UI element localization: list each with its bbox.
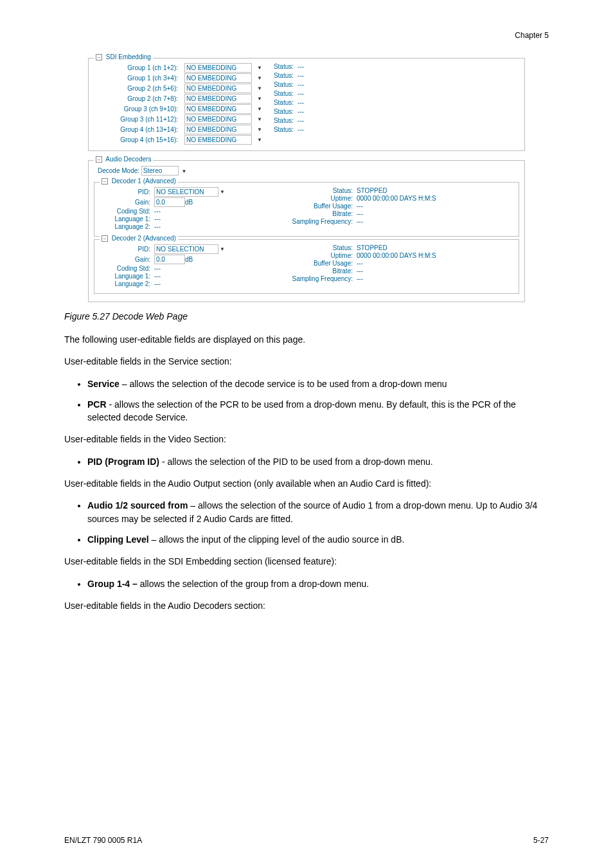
sdi-row: Group 2 (ch 7+8): NO EMBEDDING ▼ [94,94,262,104]
figure-caption: Figure 5.27 Decode Web Page [64,311,549,321]
language2-label: Language 2: [100,280,154,287]
pid-select[interactable]: NO SELECTION [154,244,218,254]
sdi-select[interactable]: NO EMBEDDING [184,94,252,104]
coding-std-label: Coding Std: [100,265,154,272]
coding-std-label: Coding Std: [100,208,154,215]
uptime-label: Uptime: [267,195,357,202]
decoder1-legend[interactable]: – Decoder 1 (Advanced) [100,177,178,185]
sdi-row: Group 2 (ch 5+6): NO EMBEDDING ▼ [94,84,262,93]
chevron-down-icon[interactable]: ▼ [256,96,262,102]
collapse-icon[interactable]: – [102,178,108,185]
sampling-freq-value: --- [357,275,363,282]
list-item: PID (Program ID) - allows the selection … [87,455,549,468]
status-value: --- [298,126,304,133]
sampling-freq-value: --- [357,218,363,225]
body-text: User-editable fields in the SDI Embeddin… [64,555,549,568]
status-value: --- [298,90,304,97]
collapse-icon[interactable]: – [102,235,108,242]
decoder1-fieldset: – Decoder 1 (Advanced) PID:NO SELECTION▼… [94,182,519,237]
chevron-down-icon[interactable]: ▼ [256,65,262,71]
page-footer: EN/LZT 790 0005 R1A 5-27 [64,836,549,845]
sdi-legend[interactable]: – SDI Embedding [94,53,153,60]
audio-decoders-title: Audio Decoders [105,156,151,163]
chevron-down-icon[interactable]: ▼ [256,116,262,122]
audio-decoders-fieldset: – Audio Decoders Decode Mode: Stereo ▼ –… [88,160,525,302]
gain-input[interactable]: 0.0 [154,255,185,264]
sdi-row: Group 3 (ch 9+10): NO EMBEDDING ▼ [94,104,262,114]
language1-value: --- [154,273,161,280]
sdi-row-label: Group 3 (ch 9+10): [94,105,181,113]
decoder2-fieldset: – Decoder 2 (Advanced) PID:NO SELECTION▼… [94,239,519,294]
status-label: Status: [274,99,294,106]
sdi-row-label: Group 1 (ch 3+4): [94,75,181,82]
decode-mode-label: Decode Mode: [98,167,139,174]
audio-decoders-legend[interactable]: – Audio Decoders [94,156,153,163]
chevron-down-icon[interactable]: ▼ [256,127,262,132]
chevron-down-icon[interactable]: ▼ [256,137,262,143]
sampling-freq-label: Sampling Frequency: [267,218,357,225]
bullet-list: PID (Program ID) - allows the selection … [64,455,549,468]
buffer-usage-value: --- [357,203,363,210]
sdi-select[interactable]: NO EMBEDDING [184,84,252,93]
sdi-select[interactable]: NO EMBEDDING [184,73,252,83]
language2-value: --- [154,280,161,287]
sdi-select[interactable]: NO EMBEDDING [184,114,252,124]
bullet-list: Service – allows the selection of the de… [64,377,549,424]
body-text: User-editable fields in the Audio Output… [64,477,549,490]
footer-left: EN/LZT 790 0005 R1A [64,836,142,845]
chevron-down-icon[interactable]: ▼ [218,246,225,252]
status-label: Status: [274,90,294,97]
decoder2-title: Decoder 2 (Advanced) [112,235,176,242]
pid-select[interactable]: NO SELECTION [154,187,218,197]
sdi-select[interactable]: NO EMBEDDING [184,63,252,73]
sdi-row: Group 4 (ch 15+16): NO EMBEDDING ▼ [94,135,262,145]
status-value: --- [298,81,304,88]
gain-unit: dB [185,256,193,263]
sdi-select[interactable]: NO EMBEDDING [184,125,252,134]
sdi-embedding-fieldset: – SDI Embedding Group 1 (ch 1+2): NO EMB… [88,58,525,151]
gain-label: Gain: [100,256,154,263]
sdi-row: Group 1 (ch 3+4): NO EMBEDDING ▼ [94,73,262,83]
pid-label: PID: [100,188,154,195]
chevron-down-icon[interactable]: ▼ [256,75,262,81]
term: Group 1-4 – [87,579,140,589]
sdi-title: SDI Embedding [106,53,151,60]
decoder1-title: Decoder 1 (Advanced) [112,177,176,185]
body-text: The following user-editable fields are d… [64,333,549,346]
decode-mode-select[interactable]: Stereo [141,166,179,176]
sdi-select[interactable]: NO EMBEDDING [184,135,252,145]
status-value: --- [298,63,304,70]
chevron-down-icon[interactable]: ▼ [256,86,262,91]
collapse-icon[interactable]: – [96,54,102,60]
sdi-row-label: Group 4 (ch 13+14): [94,126,181,133]
pid-label: PID: [100,246,154,253]
status-value: --- [298,72,304,79]
term: Audio 1/2 sourced from [87,500,188,511]
coding-std-value: --- [154,265,161,272]
decoder2-legend[interactable]: – Decoder 2 (Advanced) [100,235,178,242]
decoder-status-value: STOPPED [357,187,387,194]
term: Clipping Level [87,534,149,545]
bitrate-value: --- [357,210,363,217]
list-text: - allows the selection of the PID to be … [159,457,433,467]
sdi-row: Group 4 (ch 13+14): NO EMBEDDING ▼ [94,125,262,134]
language1-label: Language 1: [100,215,154,222]
sdi-select[interactable]: NO EMBEDDING [184,104,252,114]
body-text: User-editable fields in the Video Sectio… [64,433,549,446]
bitrate-value: --- [357,267,363,275]
uptime-value: 0000 00:00:00 DAYS H:M:S [357,252,436,259]
bullet-list: Group 1-4 – allows the selection of the … [64,577,549,590]
status-value: --- [298,108,304,115]
uptime-label: Uptime: [267,252,357,259]
collapse-icon[interactable]: – [96,156,102,163]
sdi-row-label: Group 4 (ch 15+16): [94,136,181,143]
term: PCR [87,399,107,410]
gain-input[interactable]: 0.0 [154,197,185,207]
list-text: – allows the selection of the decode ser… [120,379,447,389]
chevron-down-icon[interactable]: ▼ [181,168,187,174]
chevron-down-icon[interactable]: ▼ [256,106,262,112]
status-label: Status: [274,72,294,79]
list-item: PCR - allows the selection of the PCR to… [87,398,549,424]
chevron-down-icon[interactable]: ▼ [218,189,225,195]
list-item: Group 1-4 – allows the selection of the … [87,577,549,590]
